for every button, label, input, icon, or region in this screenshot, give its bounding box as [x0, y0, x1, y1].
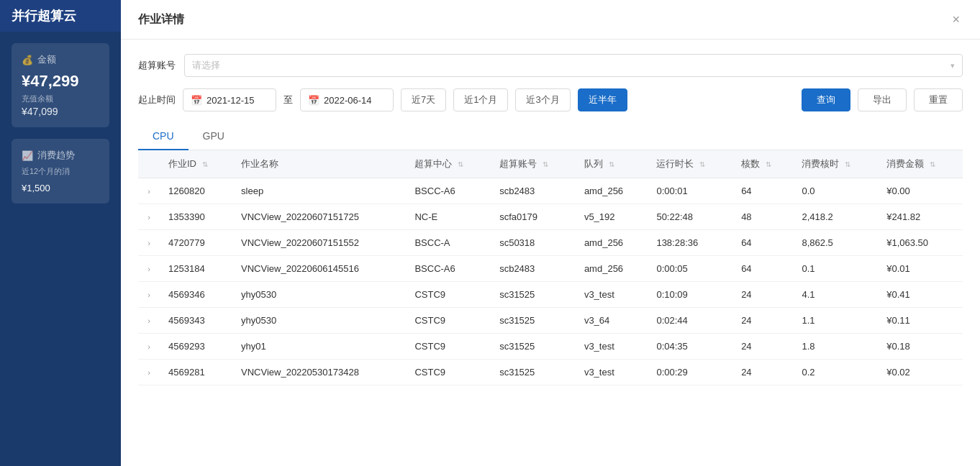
cell-cores: 24 — [732, 360, 793, 385]
cell-job-id: 4569281 — [160, 360, 232, 385]
cell-cores: 24 — [732, 308, 793, 334]
account-select[interactable]: 请选择 ▾ — [184, 54, 963, 77]
cell-queue: v3_test — [576, 334, 648, 360]
th-hpc-account: 超算账号 ⇅ — [491, 150, 576, 178]
cell-run-time: 0:00:01 — [648, 178, 732, 204]
cell-cost: ¥0.01 — [878, 256, 963, 282]
modal-title: 作业详情 — [138, 12, 184, 27]
cell-hpc-account: sc31525 — [491, 308, 576, 334]
cell-core-hours: 1.8 — [793, 334, 878, 360]
cell-job-name: VNCView_20220607151552 — [232, 230, 406, 256]
cell-hpc-center: BSCC-A6 — [406, 178, 491, 204]
sort-icon-cores: ⇅ — [766, 160, 771, 168]
th-queue: 队列 ⇅ — [576, 150, 648, 178]
cell-cost: ¥0.18 — [878, 334, 963, 360]
tab-gpu[interactable]: GPU — [189, 123, 239, 150]
balance-amount: ¥47,299 — [22, 72, 99, 91]
sidebar-logo: 并行超算云 — [0, 0, 121, 32]
cell-hpc-center: BSCC-A6 — [406, 256, 491, 282]
export-button[interactable]: 导出 — [858, 88, 907, 111]
reset-button[interactable]: 重置 — [914, 88, 963, 111]
cell-job-id: 1353390 — [160, 204, 232, 230]
tab-cpu[interactable]: CPU — [138, 123, 189, 150]
date-start-input[interactable]: 📅 2021-12-15 — [183, 88, 276, 111]
th-core-hours: 消费核时 ⇅ — [793, 150, 878, 178]
cell-job-name: sleep — [232, 178, 406, 204]
cell-core-hours: 4.1 — [793, 282, 878, 308]
th-job-name: 作业名称 — [232, 150, 406, 178]
btn-halfyear[interactable]: 近半年 — [578, 88, 627, 111]
cell-job-id: 1253184 — [160, 256, 232, 282]
modal-header: 作业详情 × — [121, 0, 980, 40]
cell-core-hours: 0.2 — [793, 360, 878, 385]
table-row: › 4720779 VNCView_20220607151552 BSCC-A … — [138, 230, 963, 256]
expand-icon[interactable]: › — [138, 230, 160, 256]
modal-body: 超算账号 请选择 ▾ 起止时间 📅 2021-12-15 至 📅 2022-06… — [121, 40, 980, 466]
cell-cost: ¥0.02 — [878, 360, 963, 385]
table-row: › 1353390 VNCView_20220607151725 NC-E sc… — [138, 204, 963, 230]
expand-icon[interactable]: › — [138, 204, 160, 230]
cell-job-name: VNCView_20220530173428 — [232, 360, 406, 385]
yuan-icon: 💰 — [22, 55, 33, 65]
logo-text: 并行超算云 — [12, 7, 76, 24]
cell-queue: v3_test — [576, 282, 648, 308]
expand-icon[interactable]: › — [138, 308, 160, 334]
cell-cost: ¥1,063.50 — [878, 230, 963, 256]
cell-queue: v5_192 — [576, 204, 648, 230]
cell-hpc-account: sc50318 — [491, 230, 576, 256]
date-end-input[interactable]: 📅 2022-06-14 — [300, 88, 394, 111]
cell-core-hours: 8,862.5 — [793, 230, 878, 256]
modal-dialog: 作业详情 × 超算账号 请选择 ▾ 起止时间 📅 2021-12-15 至 📅 … — [121, 0, 980, 466]
table-header-row: 作业ID ⇅ 作业名称 超算中心 ⇅ 超算账号 ⇅ 队列 ⇅ 运行时长 ⇅ 核数… — [138, 150, 963, 178]
job-table-container[interactable]: 作业ID ⇅ 作业名称 超算中心 ⇅ 超算账号 ⇅ 队列 ⇅ 运行时长 ⇅ 核数… — [138, 150, 963, 466]
expand-icon[interactable]: › — [138, 178, 160, 204]
cell-hpc-account: scfa0179 — [491, 204, 576, 230]
cell-run-time: 0:00:29 — [648, 360, 732, 385]
cell-run-time: 0:10:09 — [648, 282, 732, 308]
cell-cores: 24 — [732, 282, 793, 308]
cell-cores: 24 — [732, 334, 793, 360]
cell-core-hours: 1.1 — [793, 308, 878, 334]
sort-icon-run-time: ⇅ — [699, 160, 705, 168]
expand-icon[interactable]: › — [138, 282, 160, 308]
table-row: › 4569346 yhy0530 CSTC9 sc31525 v3_test … — [138, 282, 963, 308]
date-separator: 至 — [283, 93, 293, 106]
cell-cost: ¥0.00 — [878, 178, 963, 204]
account-filter-row: 超算账号 请选择 ▾ — [138, 54, 963, 77]
table-row: › 4569293 yhy01 CSTC9 sc31525 v3_test 0:… — [138, 334, 963, 360]
cell-hpc-account: sc31525 — [491, 282, 576, 308]
th-cores: 核数 ⇅ — [732, 150, 793, 178]
cell-job-name: VNCView_20220606145516 — [232, 256, 406, 282]
expand-icon[interactable]: › — [138, 360, 160, 385]
date-start-value: 2021-12-15 — [207, 95, 255, 106]
cell-cost: ¥0.11 — [878, 308, 963, 334]
cell-cost: ¥0.41 — [878, 282, 963, 308]
cell-cores: 64 — [732, 256, 793, 282]
cell-queue: v3_test — [576, 360, 648, 385]
cell-run-time: 138:28:36 — [648, 230, 732, 256]
expand-icon[interactable]: › — [138, 256, 160, 282]
sort-icon-hpc-center: ⇅ — [458, 160, 463, 168]
cell-hpc-center: CSTC9 — [406, 360, 491, 385]
table-row: › 1253184 VNCView_20220606145516 BSCC-A6… — [138, 256, 963, 282]
query-button[interactable]: 查询 — [802, 88, 850, 111]
sort-icon-core-hours: ⇅ — [845, 160, 850, 168]
close-button[interactable]: × — [949, 10, 963, 29]
table-row: › 4569281 VNCView_20220530173428 CSTC9 s… — [138, 360, 963, 385]
btn-3months[interactable]: 近3个月 — [515, 88, 570, 111]
cell-job-name: VNCView_20220607151725 — [232, 204, 406, 230]
chevron-down-icon: ▾ — [950, 61, 955, 70]
sidebar: 并行超算云 💰 金额 ¥47,299 充值余额 ¥47,099 📈 消费趋势 近… — [0, 0, 121, 466]
calendar-end-icon: 📅 — [308, 95, 319, 106]
cell-cost: ¥241.82 — [878, 204, 963, 230]
expand-icon[interactable]: › — [138, 334, 160, 360]
trend-amount: ¥1,500 — [22, 183, 99, 193]
cell-hpc-center: BSCC-A — [406, 230, 491, 256]
cell-job-id: 4720779 — [160, 230, 232, 256]
btn-1month[interactable]: 近1个月 — [453, 88, 508, 111]
th-job-id: 作业ID ⇅ — [160, 150, 232, 178]
cell-job-id: 4569343 — [160, 308, 232, 334]
account-filter-label: 超算账号 — [138, 59, 176, 72]
btn-7days[interactable]: 近7天 — [401, 88, 446, 111]
cell-run-time: 50:22:48 — [648, 204, 732, 230]
